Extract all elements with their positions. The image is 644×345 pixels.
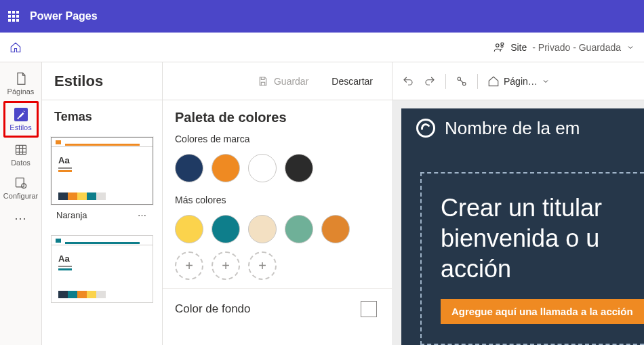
page-selector[interactable]: Págin… [487,75,550,87]
theme-more-icon[interactable]: ⋯ [138,210,148,220]
hero-section[interactable]: Crear un titular bienvenida o u acción A… [420,172,644,345]
brand-title: Power Pages [30,10,98,22]
undo-icon[interactable] [402,75,414,87]
preview-site-name: Nombre de la em [445,118,580,139]
hero-headline[interactable]: Crear un titular bienvenida o u acción [441,192,644,284]
svg-rect-2 [501,43,504,45]
rail-data[interactable]: Datos [5,139,37,171]
svg-point-1 [501,45,503,47]
save-button[interactable]: Guardar [248,70,318,92]
add-color-1[interactable]: + [175,251,203,280]
hero-cta-button[interactable]: Agregue aquí una llamada a la acción [441,299,644,324]
gear-page-icon [14,176,28,190]
styles-panel-title: Estilos [54,73,103,90]
brand-swatch-3[interactable] [248,154,277,182]
brand-colors-label: Colores de marca [163,129,392,148]
discard-button[interactable]: Descartar [322,70,382,92]
preview-site-header: Nombre de la em [401,108,644,148]
home-button[interactable] [9,41,22,54]
more-swatch-4[interactable] [285,215,313,243]
discard-label: Descartar [331,76,373,87]
theme-name: Naranja [56,210,87,220]
site-status: - Privado - Guardada [532,42,621,53]
site-logo-icon [416,119,435,138]
chevron-down-icon[interactable] [626,43,635,52]
more-colors-row [163,209,392,251]
more-colors-label: Más colores [163,190,392,209]
home-small-icon [487,75,500,87]
rail-configure[interactable]: Configurar [5,172,37,204]
add-color-3[interactable]: + [248,251,277,280]
page-selector-label: Págin… [504,76,538,87]
theme-card-naranja[interactable]: Aa Naranja ⋯ [50,136,154,225]
brand-swatch-1[interactable] [175,154,203,182]
theme-card-2[interactable]: Aa [50,235,154,309]
more-swatch-2[interactable] [212,215,240,243]
themes-heading: Temas [42,100,162,134]
svg-rect-4 [16,178,24,187]
svg-point-0 [496,43,500,47]
more-swatch-5[interactable] [321,215,350,243]
brand-swatch-4[interactable] [285,154,313,182]
background-color-label: Color de fondo [175,302,251,316]
rail-data-label: Datos [11,159,31,167]
rail-more[interactable]: ⋯ [14,205,28,231]
table-icon [14,143,28,157]
link-icon[interactable] [456,75,468,87]
more-swatch-1[interactable] [175,215,203,243]
waffle-icon[interactable] [8,11,19,22]
redo-icon[interactable] [424,75,436,87]
rail-pages-label: Páginas [7,87,35,96]
chevron-down-icon [542,77,550,85]
brand-swatch-2[interactable] [212,154,240,182]
brush-icon [14,108,28,121]
brand-colors-row [163,148,392,190]
palette-heading: Paleta de colores [163,100,392,129]
permissions-icon [493,41,505,54]
save-label: Guardar [274,76,308,87]
svg-rect-3 [16,145,26,154]
rail-styles[interactable]: Estilos [5,106,37,133]
more-swatch-3[interactable] [248,215,277,243]
rail-pages[interactable]: Páginas [5,68,37,100]
site-label[interactable]: Site [510,42,527,53]
rail-styles-label: Estilos [9,123,31,131]
save-icon [258,76,268,87]
page-icon [14,72,28,85]
add-color-2[interactable]: + [212,251,240,280]
background-color-swatch[interactable] [361,301,377,317]
rail-configure-label: Configurar [3,192,38,200]
